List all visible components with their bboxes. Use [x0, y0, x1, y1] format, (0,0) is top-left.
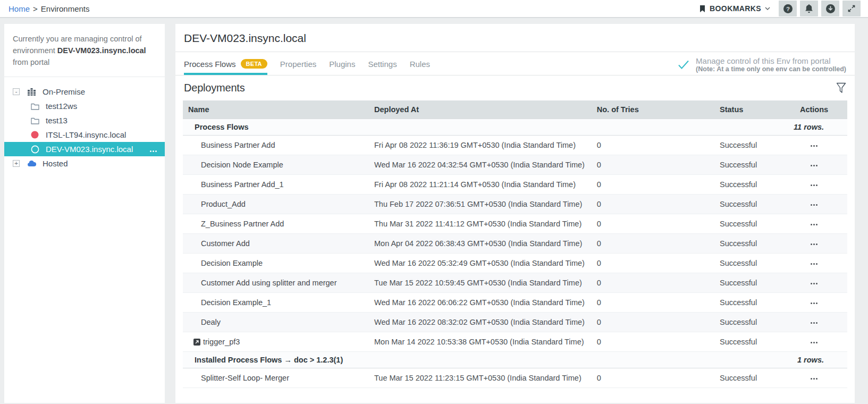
- table-row: Customer Add using splitter and mergerTu…: [183, 273, 847, 293]
- building-icon: [27, 88, 36, 96]
- tree-item-label: test13: [46, 116, 68, 125]
- table-row: trigger_pf3Mon Mar 14 2022 10:53:38 GMT+…: [183, 332, 847, 352]
- tries-count: 0: [592, 313, 714, 332]
- download-icon: [825, 4, 836, 14]
- column-header-status: Status: [714, 100, 781, 119]
- status-label: Successful: [714, 195, 781, 214]
- tree-item-on-premise[interactable]: -On-Premise: [4, 85, 165, 99]
- table-row: Z_Business Partner AddThu Mar 31 2022 11…: [183, 214, 847, 234]
- beta-badge: BETA: [241, 59, 267, 69]
- fullscreen-button[interactable]: [842, 1, 861, 16]
- expand-node-icon[interactable]: +: [13, 160, 20, 167]
- table-row: Decision Node ExampleWed Mar 16 2022 04:…: [183, 155, 847, 175]
- deployed-at: Wed Mar 16 2022 06:06:22 GMT+0530 (India…: [369, 293, 592, 313]
- tab-plugins[interactable]: Plugins: [329, 53, 355, 75]
- portal-control-note: (Note: At a time only one env can be con…: [696, 65, 846, 73]
- breadcrumb-home-link[interactable]: Home: [9, 4, 30, 13]
- row-actions-button[interactable]: [810, 259, 818, 267]
- deployment-name: Customer Add: [201, 239, 250, 248]
- deployed-at: Fri Apr 08 2022 11:36:19 GMT+0530 (India…: [369, 136, 592, 155]
- deployments-title: Deployments: [184, 82, 245, 94]
- status-label: Successful: [714, 273, 781, 293]
- deployments-table-body: Process Flows11 rows.Business Partner Ad…: [183, 119, 847, 388]
- group-title: Installed Process Flows → doc > 1.2.3(1): [183, 352, 714, 368]
- column-header-actions: Actions: [781, 100, 847, 119]
- row-actions-button[interactable]: [810, 200, 818, 208]
- row-actions-button[interactable]: [810, 180, 818, 189]
- deployments-header: Deployments: [175, 75, 855, 100]
- tries-count: 0: [592, 175, 714, 195]
- deployed-at: Tue Mar 15 2022 11:23:15 GMT+0530 (India…: [369, 368, 592, 388]
- row-actions-button[interactable]: [810, 279, 818, 287]
- tries-count: 0: [592, 293, 714, 313]
- row-actions-button[interactable]: [810, 239, 818, 248]
- table-row: Business Partner Add_1Fri Apr 08 2022 11…: [183, 175, 847, 195]
- tree-item-test13[interactable]: test13: [4, 113, 165, 128]
- filter-button[interactable]: [836, 82, 846, 94]
- svg-text:?: ?: [786, 5, 789, 12]
- tree-item-itsl-lt94-insync-local[interactable]: ITSL-LT94.insync.local: [4, 128, 165, 142]
- deployed-at: Thu Mar 31 2022 11:41:12 GMT+0530 (India…: [369, 214, 592, 234]
- tree-item-test12ws[interactable]: test12ws: [4, 99, 165, 113]
- group-row-count: 1 rows.: [714, 352, 847, 368]
- status-label: Successful: [714, 214, 781, 234]
- row-actions-button[interactable]: [810, 220, 818, 228]
- deployment-name: Dealy: [201, 318, 221, 326]
- column-header-no-of-tries: No. of Tries: [592, 100, 714, 119]
- tries-count: 0: [592, 273, 714, 293]
- deployment-name: trigger_pf3: [203, 338, 240, 346]
- row-actions-button[interactable]: [810, 298, 818, 307]
- deployed-at: Wed Mar 16 2022 04:32:54 GMT+0530 (India…: [369, 155, 592, 175]
- folder-icon: [30, 116, 39, 125]
- tab-settings[interactable]: Settings: [368, 53, 397, 75]
- tries-count: 0: [592, 234, 714, 254]
- portal-control[interactable]: Manage control of this Env from portal (…: [678, 56, 846, 73]
- group-row-count: 11 rows.: [714, 119, 847, 136]
- tree-item-hosted[interactable]: +Hosted: [4, 156, 165, 171]
- row-actions-button[interactable]: [810, 318, 818, 326]
- top-actions: BOOKMARKS ?: [699, 1, 861, 16]
- notifications-button[interactable]: [800, 1, 818, 16]
- tab-properties[interactable]: Properties: [280, 53, 316, 75]
- bookmarks-button[interactable]: BOOKMARKS: [699, 4, 770, 13]
- tries-count: 0: [592, 254, 714, 273]
- help-button[interactable]: ?: [779, 1, 797, 16]
- deployment-name: Business Partner Add_1: [201, 180, 284, 189]
- tree-item-menu-button[interactable]: [149, 146, 157, 155]
- tries-count: 0: [592, 214, 714, 234]
- circle-outline-icon: [30, 145, 39, 154]
- tree-item-label: On-Premise: [43, 87, 85, 96]
- cloud-icon: [27, 159, 36, 168]
- deployed-at: Tue Mar 15 2022 10:59:45 GMT+0530 (India…: [369, 273, 592, 293]
- status-label: Successful: [714, 136, 781, 155]
- row-actions-button[interactable]: [810, 338, 818, 346]
- column-header-deployed-at: Deployed At: [369, 100, 592, 119]
- environment-tree: -On-Premisetest12wstest13ITSL-LT94.insyn…: [4, 77, 165, 171]
- top-bar: Home > Environments BOOKMARKS ?: [0, 0, 868, 18]
- content-area: Currently you are managing control of en…: [0, 18, 868, 403]
- table-row: Product_AddThu Feb 17 2022 07:36:51 GMT+…: [183, 195, 847, 214]
- tries-count: 0: [592, 332, 714, 352]
- status-label: Successful: [714, 155, 781, 175]
- status-label: Successful: [714, 293, 781, 313]
- page-title: DEV-VM023.insync.local: [175, 24, 855, 52]
- deployment-name: Decision Example: [201, 259, 263, 267]
- status-label: Successful: [714, 175, 781, 195]
- download-button[interactable]: [821, 1, 839, 16]
- table-row: Decision Example_1Wed Mar 16 2022 06:06:…: [183, 293, 847, 313]
- collapse-icon[interactable]: -: [13, 88, 20, 95]
- portal-control-label: Manage control of this Env from portal: [696, 56, 846, 65]
- tab-process-flows[interactable]: Process FlowsBETA: [184, 52, 267, 75]
- status-label: Successful: [714, 313, 781, 332]
- tree-item-dev-vm023-insync-local[interactable]: DEV-VM023.insync.local: [4, 142, 165, 156]
- row-actions-button[interactable]: [810, 374, 818, 382]
- deployed-at: Wed Mar 16 2022 08:32:02 GMT+0530 (India…: [369, 313, 592, 332]
- red-dot-icon: [30, 131, 39, 139]
- deployed-at: Fri Apr 08 2022 11:21:14 GMT+0530 (India…: [369, 175, 592, 195]
- tab-rules[interactable]: Rules: [410, 53, 430, 75]
- column-header-name: Name: [183, 100, 369, 119]
- deployment-name: Business Partner Add: [201, 141, 275, 149]
- row-actions-button[interactable]: [810, 161, 818, 169]
- tab-label: Rules: [410, 60, 430, 69]
- row-actions-button[interactable]: [810, 141, 818, 149]
